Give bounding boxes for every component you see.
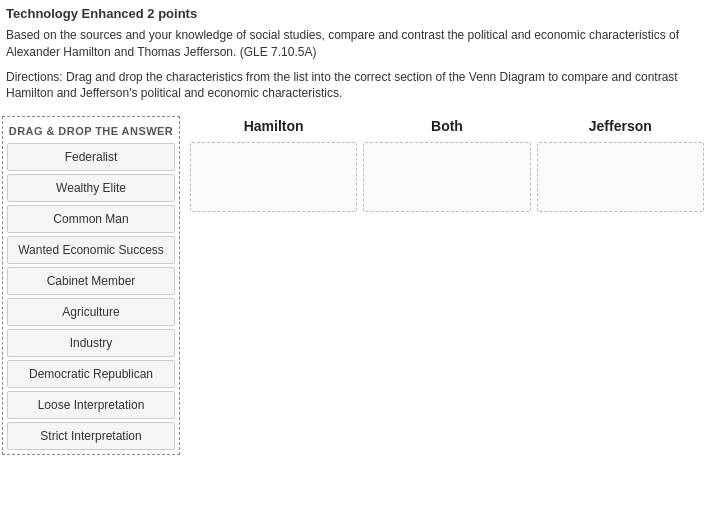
venn-drop-both[interactable] bbox=[363, 142, 530, 212]
venn-header-both: Both bbox=[363, 116, 530, 136]
venn-header-jefferson: Jefferson bbox=[537, 116, 704, 136]
venn-header-hamilton: Hamilton bbox=[190, 116, 357, 136]
drag-item-2[interactable]: Common Man bbox=[7, 205, 175, 233]
instruction-1: Based on the sources and your knowledge … bbox=[2, 23, 708, 65]
drag-items-container: FederalistWealthy EliteCommon ManWanted … bbox=[7, 143, 175, 450]
drag-item-7[interactable]: Democratic Republican bbox=[7, 360, 175, 388]
drag-list-panel: DRAG & DROP THE ANSWER FederalistWealthy… bbox=[2, 116, 180, 455]
venn-headers: Hamilton Both Jefferson bbox=[190, 116, 704, 136]
venn-drop-areas bbox=[190, 142, 704, 212]
header-section: Technology Enhanced 2 points Based on th… bbox=[0, 0, 708, 108]
main-layout: DRAG & DROP THE ANSWER FederalistWealthy… bbox=[0, 108, 708, 455]
drag-list-header: DRAG & DROP THE ANSWER bbox=[7, 121, 175, 143]
drag-item-1[interactable]: Wealthy Elite bbox=[7, 174, 175, 202]
venn-drop-hamilton[interactable] bbox=[190, 142, 357, 212]
drag-item-6[interactable]: Industry bbox=[7, 329, 175, 357]
drag-item-8[interactable]: Loose Interpretation bbox=[7, 391, 175, 419]
drag-item-4[interactable]: Cabinet Member bbox=[7, 267, 175, 295]
drag-item-3[interactable]: Wanted Economic Success bbox=[7, 236, 175, 264]
page-title: Technology Enhanced 2 points bbox=[2, 4, 708, 23]
venn-section: Hamilton Both Jefferson bbox=[180, 116, 704, 455]
drag-item-9[interactable]: Strict Interpretation bbox=[7, 422, 175, 450]
drag-item-5[interactable]: Agriculture bbox=[7, 298, 175, 326]
instruction-2: Directions: Drag and drop the characteri… bbox=[2, 65, 708, 107]
drag-item-0[interactable]: Federalist bbox=[7, 143, 175, 171]
venn-drop-jefferson[interactable] bbox=[537, 142, 704, 212]
